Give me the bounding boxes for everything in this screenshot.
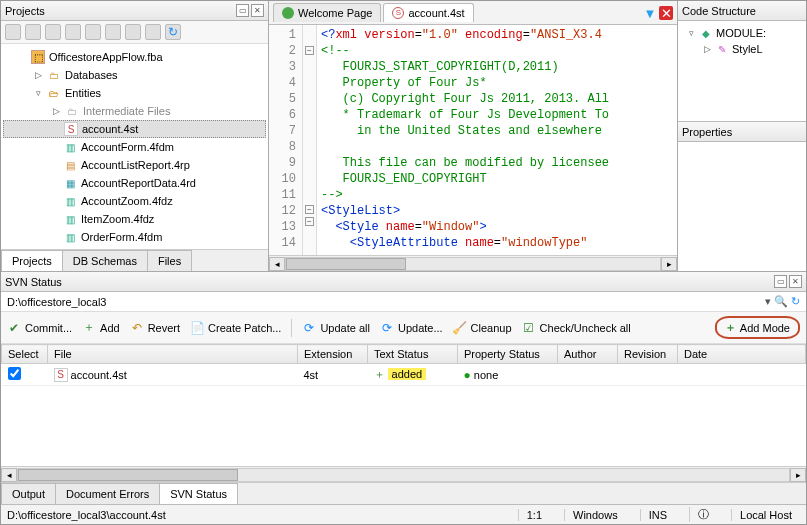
tab-docerrors[interactable]: Document Errors — [55, 483, 160, 504]
status-info-icon[interactable]: ⓘ — [689, 507, 717, 522]
tab-label: account.4st — [408, 7, 464, 19]
tab-files[interactable]: Files — [147, 250, 192, 271]
addmode-button[interactable]: ＋ Add Mode — [715, 316, 800, 339]
row-file: account.4st — [71, 368, 127, 380]
status-ins[interactable]: INS — [640, 509, 675, 521]
file-icon: ▥ — [63, 212, 77, 226]
tab-welcome[interactable]: Welcome Page — [273, 3, 381, 22]
dropdown-icon[interactable]: ▾ — [765, 295, 771, 308]
fold-icon[interactable]: − — [305, 217, 314, 226]
expander-icon[interactable]: ▿ — [686, 28, 696, 38]
scroll-right-icon[interactable]: ▸ — [661, 257, 677, 271]
status-pos: 1:1 — [518, 509, 550, 521]
add-button[interactable]: ＋Add — [82, 321, 120, 335]
patch-button[interactable]: 📄Create Patch... — [190, 321, 281, 335]
tree-file-account[interactable]: S account.4st — [3, 120, 266, 138]
code-editor[interactable]: 1234567891011121314 − − − <?xml version=… — [269, 25, 677, 255]
projects-close-icon[interactable]: ✕ — [251, 4, 264, 17]
projects-title: Projects — [5, 5, 236, 17]
codestructure-tree[interactable]: ▿ ◆ MODULE: ▷ ✎ StyleL — [678, 21, 806, 121]
tab-svnstatus[interactable]: SVN Status — [159, 483, 238, 504]
tree-label: AccountZoom.4fdz — [81, 195, 173, 207]
toolbar-icon[interactable] — [125, 24, 141, 40]
checkall-button[interactable]: ☑Check/Uncheck all — [522, 321, 631, 335]
tree-root[interactable]: ⬚ OfficestoreAppFlow.fba — [3, 48, 266, 66]
editor-hscroll[interactable]: ◂ ▸ — [269, 255, 677, 271]
style-label: StyleL — [732, 43, 763, 55]
revert-icon: ↶ — [130, 321, 144, 335]
tree-file[interactable]: ▥ ItemZoom.4fdz — [3, 210, 266, 228]
revert-button[interactable]: ↶Revert — [130, 321, 180, 335]
tab-file[interactable]: S account.4st — [383, 3, 473, 22]
tree-file[interactable]: ▦ AccountReportData.4rd — [3, 174, 266, 192]
tree-file[interactable]: ▤ AccountListReport.4rp — [3, 156, 266, 174]
fold-icon[interactable]: − — [305, 205, 314, 214]
tab-projects[interactable]: Projects — [1, 250, 63, 271]
col-ext[interactable]: Extension — [298, 345, 368, 364]
svn-table[interactable]: Select File Extension Text Status Proper… — [1, 344, 806, 466]
expander-icon[interactable]: ▷ — [702, 44, 712, 54]
expander-icon[interactable]: ▷ — [51, 106, 61, 116]
toolbar-icon[interactable] — [145, 24, 161, 40]
scroll-thumb[interactable] — [18, 469, 238, 481]
col-rev[interactable]: Revision — [618, 345, 678, 364]
code-area[interactable]: <?xml version="1.0" encoding="ANSI_X3.4<… — [317, 25, 677, 255]
tree-file[interactable]: ▥ AccountZoom.4fdz — [3, 192, 266, 210]
search-icon[interactable]: 🔍 — [774, 295, 788, 308]
tree-file[interactable]: ▥ OrderForm.4fdm — [3, 228, 266, 246]
toolbar-icon[interactable] — [5, 24, 21, 40]
col-file[interactable]: File — [48, 345, 298, 364]
close-file-icon[interactable]: ✕ — [659, 6, 673, 20]
tree-databases[interactable]: ▷ 🗀 Databases — [3, 66, 266, 84]
svn-dock-icon[interactable]: ▭ — [774, 275, 787, 288]
tree-entities[interactable]: ▿ 🗁 Entities — [3, 84, 266, 102]
tree-label: Databases — [65, 69, 118, 81]
row-checkbox[interactable] — [8, 367, 21, 380]
toolbar-icon[interactable] — [25, 24, 41, 40]
expander-icon[interactable]: ▿ — [33, 88, 43, 98]
refresh-icon[interactable]: ↻ — [165, 24, 181, 40]
scroll-track[interactable] — [285, 257, 661, 271]
properties-header: Properties — [678, 122, 806, 142]
tree-label: Entities — [65, 87, 101, 99]
update-button[interactable]: ⟳Update... — [380, 321, 443, 335]
scroll-right-icon[interactable]: ▸ — [790, 468, 806, 482]
tree-file[interactable]: ▥ AccountForm.4fdm — [3, 138, 266, 156]
module-icon: ◆ — [699, 26, 713, 40]
tab-dbschemas[interactable]: DB Schemas — [62, 250, 148, 271]
commit-button[interactable]: ✔Commit... — [7, 321, 72, 335]
scroll-left-icon[interactable]: ◂ — [1, 468, 17, 482]
tree-label: ItemZoom.4fdz — [81, 213, 154, 225]
commit-icon: ✔ — [7, 321, 21, 335]
fold-gutter[interactable]: − − − — [303, 25, 317, 255]
col-select[interactable]: Select — [2, 345, 48, 364]
svn-title: SVN Status — [5, 276, 774, 288]
scroll-left-icon[interactable]: ◂ — [269, 257, 285, 271]
projects-tree[interactable]: ⬚ OfficestoreAppFlow.fba ▷ 🗀 Databases ▿… — [1, 44, 268, 249]
file-icon: S — [54, 368, 68, 382]
tree-intermediate[interactable]: ▷ 🗀 Intermediate Files — [3, 102, 266, 120]
projects-dock-icon[interactable]: ▭ — [236, 4, 249, 17]
tree-label: AccountReportData.4rd — [81, 177, 196, 189]
scroll-thumb[interactable] — [286, 258, 406, 270]
svn-close-icon[interactable]: ✕ — [789, 275, 802, 288]
fold-icon[interactable]: − — [305, 46, 314, 55]
col-date[interactable]: Date — [678, 345, 806, 364]
tab-output[interactable]: Output — [1, 483, 56, 504]
marker-icon[interactable]: ▼ — [643, 6, 657, 20]
cleanup-button[interactable]: 🧹Cleanup — [453, 321, 512, 335]
updateall-button[interactable]: ⟳Update all — [302, 321, 370, 335]
toolbar-icon[interactable] — [105, 24, 121, 40]
toolbar-icon[interactable] — [65, 24, 81, 40]
tree-label: AccountForm.4fdm — [81, 141, 174, 153]
refresh-icon[interactable]: ↻ — [791, 295, 800, 308]
col-text[interactable]: Text Status — [368, 345, 458, 364]
col-author[interactable]: Author — [558, 345, 618, 364]
col-prop[interactable]: Property Status — [458, 345, 558, 364]
svn-hscroll[interactable]: ◂ ▸ — [1, 466, 806, 482]
expander-icon[interactable]: ▷ — [33, 70, 43, 80]
table-row[interactable]: S account.4st 4st ＋ added ● none — [2, 364, 806, 386]
toolbar-icon[interactable] — [85, 24, 101, 40]
scroll-track[interactable] — [17, 468, 790, 482]
toolbar-icon[interactable] — [45, 24, 61, 40]
